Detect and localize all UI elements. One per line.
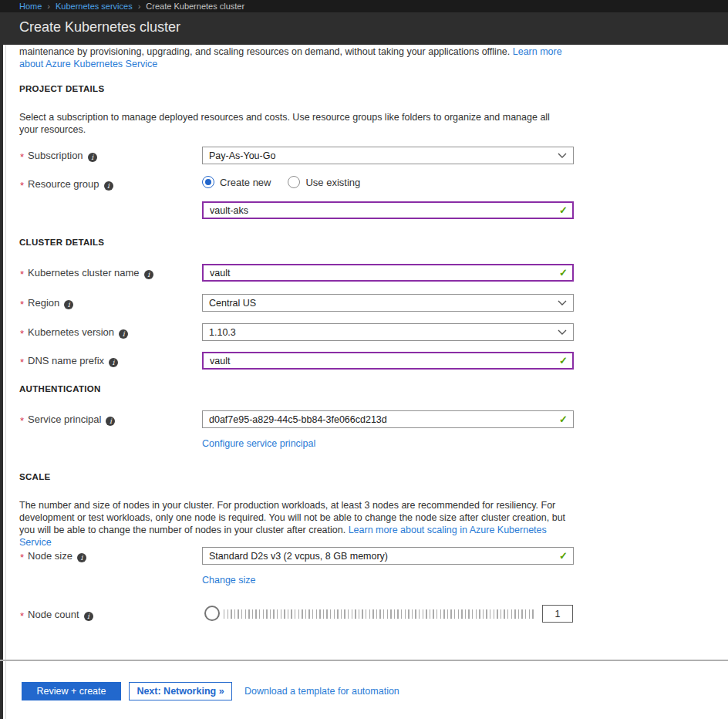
info-icon[interactable]: i bbox=[84, 612, 93, 621]
section-title-scale: SCALE bbox=[19, 472, 50, 481]
breadcrumb: Home › Kubernetes services › Create Kube… bbox=[0, 0, 728, 12]
download-template-link[interactable]: Download a template for automation bbox=[244, 686, 399, 697]
node-count-slider-track[interactable] bbox=[224, 609, 536, 619]
kubernetes-version-label-text: Kubernetes version bbox=[28, 326, 114, 338]
radio-unselected-icon bbox=[288, 176, 300, 188]
service-principal-label: *Service principali bbox=[20, 414, 115, 426]
required-asterisk: * bbox=[20, 610, 24, 622]
valid-check-icon: ✓ bbox=[559, 267, 568, 278]
radio-create-new[interactable]: Create new bbox=[202, 176, 271, 188]
info-icon[interactable]: i bbox=[104, 181, 113, 191]
cluster-name-input[interactable] bbox=[202, 264, 574, 282]
info-icon[interactable]: i bbox=[88, 153, 97, 162]
breadcrumb-separator-icon: › bbox=[138, 2, 141, 11]
required-asterisk: * bbox=[20, 356, 24, 368]
chevron-down-icon bbox=[558, 153, 567, 158]
next-networking-button[interactable]: Next: Networking » bbox=[129, 682, 232, 700]
intro-text-body: maintenance by provisioning, upgrading, … bbox=[19, 46, 510, 57]
resource-group-radio-group: Create new Use existing bbox=[202, 176, 360, 188]
resource-group-name-field: ✓ bbox=[202, 201, 574, 219]
blade-header: Create Kubernetes cluster bbox=[0, 12, 728, 45]
breadcrumb-current: Create Kubernetes cluster bbox=[146, 2, 244, 11]
chevron-down-icon bbox=[558, 329, 567, 335]
scale-description: The number and size of nodes in your clu… bbox=[19, 499, 581, 549]
required-asterisk: * bbox=[20, 268, 24, 280]
radio-use-existing-label: Use existing bbox=[305, 177, 360, 188]
required-asterisk: * bbox=[20, 180, 24, 191]
node-count-label: *Node counti bbox=[20, 609, 93, 621]
required-asterisk: * bbox=[20, 328, 24, 339]
node-count-slider-handle[interactable] bbox=[204, 606, 220, 621]
region-dropdown[interactable]: Central US bbox=[202, 294, 574, 312]
required-asterisk: * bbox=[20, 552, 24, 563]
configure-service-principal-link[interactable]: Configure service principal bbox=[202, 438, 315, 449]
footer-divider bbox=[0, 660, 728, 661]
subscription-dropdown[interactable]: Pay-As-You-Go bbox=[202, 147, 574, 164]
page-title: Create Kubernetes cluster bbox=[19, 19, 180, 35]
kubernetes-version-value: 1.10.3 bbox=[209, 327, 567, 338]
valid-check-icon: ✓ bbox=[559, 550, 568, 562]
radio-selected-icon bbox=[202, 176, 214, 188]
project-details-description: Select a subscription to manage deployed… bbox=[19, 111, 559, 136]
resource-group-name-input[interactable] bbox=[202, 201, 574, 219]
subscription-label: *Subscriptioni bbox=[20, 150, 97, 162]
section-title-project-details: PROJECT DETAILS bbox=[19, 84, 104, 93]
subscription-value: Pay-As-You-Go bbox=[209, 150, 567, 161]
change-size-link[interactable]: Change size bbox=[202, 575, 256, 586]
breadcrumb-home[interactable]: Home bbox=[19, 2, 42, 11]
valid-check-icon: ✓ bbox=[559, 355, 568, 366]
section-title-authentication: AUTHENTICATION bbox=[19, 384, 101, 393]
breadcrumb-kubernetes-services[interactable]: Kubernetes services bbox=[56, 2, 133, 11]
node-size-field: ✓ bbox=[202, 547, 574, 565]
portal-left-edge bbox=[0, 45, 3, 719]
resource-group-label: *Resource groupi bbox=[20, 178, 113, 191]
dns-name-prefix-field: ✓ bbox=[202, 352, 574, 370]
valid-check-icon: ✓ bbox=[559, 414, 568, 425]
cluster-name-field: ✓ bbox=[202, 264, 574, 282]
service-principal-input[interactable] bbox=[202, 410, 574, 428]
create-kubernetes-cluster-blade: Home › Kubernetes services › Create Kube… bbox=[0, 0, 728, 719]
required-asterisk: * bbox=[20, 299, 24, 310]
node-size-label: *Node sizei bbox=[20, 550, 86, 562]
valid-check-icon: ✓ bbox=[559, 204, 568, 216]
node-count-input[interactable] bbox=[542, 605, 573, 623]
blade-left-border bbox=[5, 45, 6, 719]
intro-text: maintenance by provisioning, upgrading, … bbox=[19, 46, 571, 70]
subscription-label-text: Subscription bbox=[28, 150, 83, 161]
chevron-down-icon bbox=[558, 300, 567, 305]
region-value: Central US bbox=[209, 298, 567, 309]
info-icon[interactable]: i bbox=[64, 300, 73, 309]
node-size-input[interactable] bbox=[202, 547, 574, 565]
section-title-cluster-details: CLUSTER DETAILS bbox=[19, 238, 104, 247]
required-asterisk: * bbox=[20, 415, 24, 427]
radio-create-new-label: Create new bbox=[220, 177, 271, 188]
info-icon[interactable]: i bbox=[109, 358, 118, 367]
service-principal-field: ✓ bbox=[202, 410, 574, 428]
cluster-name-label-text: Kubernetes cluster name bbox=[28, 267, 140, 278]
dns-name-prefix-input[interactable] bbox=[202, 352, 574, 370]
region-label-text: Region bbox=[28, 297, 59, 309]
service-principal-label-text: Service principal bbox=[28, 414, 101, 425]
kubernetes-version-dropdown[interactable]: 1.10.3 bbox=[202, 323, 574, 341]
node-size-label-text: Node size bbox=[28, 550, 72, 562]
resource-group-label-text: Resource group bbox=[28, 178, 99, 190]
node-count-label-text: Node count bbox=[28, 609, 79, 620]
dns-name-prefix-label-text: DNS name prefix bbox=[28, 355, 104, 366]
radio-use-existing[interactable]: Use existing bbox=[288, 176, 360, 188]
breadcrumb-separator-icon: › bbox=[47, 2, 50, 11]
info-icon[interactable]: i bbox=[77, 553, 86, 562]
dns-name-prefix-label: *DNS name prefixi bbox=[20, 355, 118, 367]
required-asterisk: * bbox=[20, 151, 24, 163]
info-icon[interactable]: i bbox=[119, 329, 128, 339]
info-icon[interactable]: i bbox=[106, 417, 115, 426]
region-label: *Regioni bbox=[20, 297, 73, 309]
review-create-button[interactable]: Review + create bbox=[22, 682, 121, 700]
info-icon[interactable]: i bbox=[144, 270, 153, 279]
cluster-name-label: *Kubernetes cluster namei bbox=[20, 267, 153, 279]
kubernetes-version-label: *Kubernetes versioni bbox=[20, 326, 128, 339]
